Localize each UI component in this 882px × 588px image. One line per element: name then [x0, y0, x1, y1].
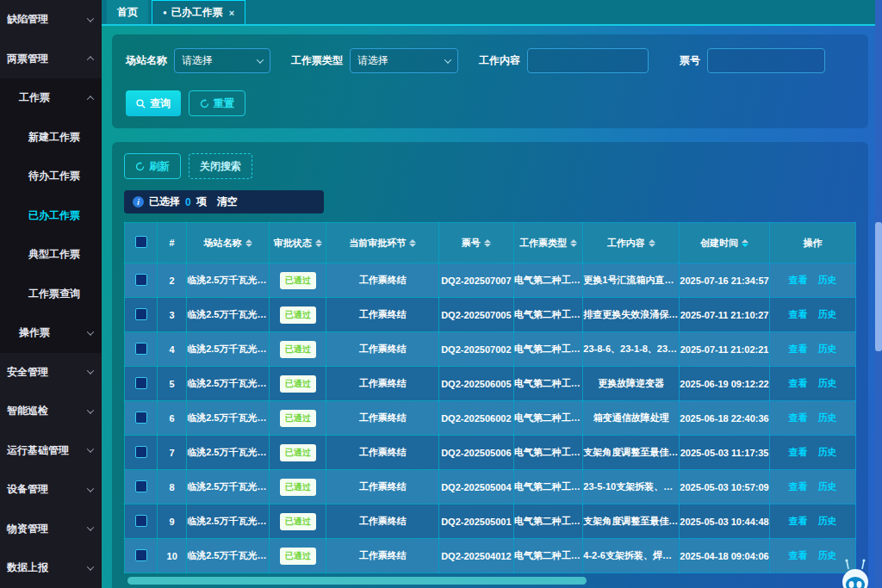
sidebar-item-14[interactable]: 数据上报: [0, 548, 102, 588]
sidebar-item-8[interactable]: 操作票: [0, 313, 102, 353]
row-checkbox[interactable]: [135, 274, 147, 286]
assistant-robot-icon[interactable]: [839, 559, 872, 588]
tab-done-worktickets[interactable]: ● 已办工作票 ×: [152, 0, 245, 24]
history-link[interactable]: 历史: [817, 412, 836, 423]
row-checkbox[interactable]: [135, 446, 147, 458]
tab-close-icon[interactable]: ×: [229, 8, 234, 18]
row-checkbox[interactable]: [135, 377, 147, 389]
header-select-all[interactable]: [125, 223, 158, 263]
sidebar-item-6[interactable]: 典型工作票: [0, 235, 102, 275]
sort-carets-icon[interactable]: [649, 239, 655, 247]
sidebar-item-12[interactable]: 设备管理: [0, 470, 102, 510]
header-cell-5[interactable]: 工作票类型: [513, 223, 583, 263]
sidebar-item-13[interactable]: 物资管理: [0, 510, 102, 549]
checkbox-cell[interactable]: [125, 436, 158, 470]
vertical-scrollbar-thumb[interactable]: [875, 222, 882, 351]
station-cell: 临洮2.5万千瓦光伏电..: [187, 401, 270, 436]
query-button[interactable]: 查询: [126, 90, 181, 116]
sort-carets-icon[interactable]: [315, 239, 322, 247]
view-link[interactable]: 查看: [788, 550, 807, 560]
table-row: 10临洮2.5万千瓦光伏电..已通过工作票终结DQ2-202504012电气第二…: [125, 539, 856, 573]
history-link[interactable]: 历史: [817, 481, 836, 492]
checkbox-cell[interactable]: [125, 401, 158, 436]
created-cell: 2025-06-18 22:40:36: [680, 401, 769, 436]
row-checkbox[interactable]: [135, 308, 147, 320]
index-cell: 2: [158, 263, 187, 298]
row-checkbox[interactable]: [135, 343, 147, 355]
sidebar-item-3[interactable]: 新建工作票: [0, 118, 102, 158]
header-label: 操作: [803, 238, 822, 248]
view-link[interactable]: 查看: [788, 309, 807, 319]
row-checkbox[interactable]: [135, 515, 147, 527]
sort-carets-icon[interactable]: [409, 239, 416, 247]
created-cell: 2025-05-03 11:17:35: [680, 436, 769, 470]
horizontal-scrollbar-thumb[interactable]: [127, 577, 587, 585]
view-link[interactable]: 查看: [788, 275, 807, 285]
clear-selection-link[interactable]: 清空: [217, 195, 238, 209]
vertical-scrollbar[interactable]: [875, 0, 882, 588]
header-cell-7[interactable]: 创建时间: [680, 223, 769, 263]
row-checkbox[interactable]: [135, 549, 147, 561]
sort-carets-icon[interactable]: [742, 239, 748, 247]
header-cell-2[interactable]: 审批状态: [270, 223, 326, 263]
step-cell: 工作票终结: [326, 298, 439, 332]
view-link[interactable]: 查看: [788, 447, 807, 457]
index-cell: 4: [158, 332, 187, 367]
refresh-button[interactable]: 刷新: [124, 153, 181, 179]
sidebar-item-label: 工作票: [19, 90, 50, 105]
view-link[interactable]: 查看: [788, 516, 807, 526]
view-link[interactable]: 查看: [788, 481, 807, 492]
ticket-no-cell: DQ2-202505006: [439, 436, 514, 470]
sidebar-item-7[interactable]: 工作票查询: [0, 275, 102, 314]
row-checkbox[interactable]: [135, 412, 147, 424]
view-link[interactable]: 查看: [788, 378, 807, 388]
step-cell: 工作票终结: [326, 539, 439, 573]
header-cell-3[interactable]: 当前审批环节: [326, 223, 439, 263]
status-cell: 已通过: [270, 436, 326, 470]
sidebar-item-11[interactable]: 运行基础管理: [0, 431, 102, 471]
ticket-no-cell: DQ2-202507002: [439, 332, 514, 367]
ticket-number-input[interactable]: [707, 48, 825, 73]
history-link[interactable]: 历史: [817, 516, 836, 526]
header-cell-6[interactable]: 工作内容: [583, 223, 680, 263]
sidebar-item-4[interactable]: 待办工作票: [0, 157, 102, 196]
sidebar-item-5[interactable]: 已办工作票: [0, 196, 102, 236]
history-link[interactable]: 历史: [817, 378, 836, 388]
history-link[interactable]: 历史: [817, 447, 836, 457]
checkbox-cell[interactable]: [125, 504, 158, 539]
sidebar-item-2[interactable]: 工作票: [0, 78, 102, 118]
sidebar-item-9[interactable]: 安全管理: [0, 353, 102, 393]
history-link[interactable]: 历史: [817, 275, 836, 285]
sidebar-item-10[interactable]: 智能巡检: [0, 392, 102, 431]
info-icon: i: [133, 196, 144, 207]
sort-carets-icon[interactable]: [484, 239, 491, 247]
ticket-type-select[interactable]: 请选择: [350, 48, 458, 73]
row-checkbox[interactable]: [135, 480, 147, 492]
header-cell-1[interactable]: 场站名称: [187, 223, 270, 263]
sort-carets-icon[interactable]: [570, 239, 577, 247]
header-label: 场站名称: [204, 238, 242, 248]
horizontal-scrollbar[interactable]: [126, 577, 854, 585]
station-name-select[interactable]: 请选择: [174, 48, 270, 73]
history-link[interactable]: 历史: [817, 550, 836, 560]
sidebar-item-0[interactable]: 缺陷管理: [0, 0, 102, 40]
work-content-input[interactable]: [527, 48, 649, 73]
checkbox-cell[interactable]: [125, 470, 158, 504]
checkbox-cell[interactable]: [125, 263, 158, 298]
sort-carets-icon[interactable]: [245, 239, 252, 247]
checkbox-cell[interactable]: [125, 539, 158, 573]
history-link[interactable]: 历史: [817, 344, 836, 354]
close-search-button[interactable]: 关闭搜索: [189, 153, 252, 179]
view-link[interactable]: 查看: [788, 412, 807, 423]
checkbox-cell[interactable]: [125, 298, 158, 332]
tab-home[interactable]: 首页: [107, 0, 148, 24]
select-all-checkbox[interactable]: [135, 236, 147, 248]
checkbox-cell[interactable]: [125, 367, 158, 401]
station-cell: 临洮2.5万千瓦光伏电..: [187, 332, 270, 367]
reset-button[interactable]: 重置: [189, 90, 245, 116]
checkbox-cell[interactable]: [125, 332, 158, 367]
sidebar-item-1[interactable]: 两票管理: [0, 40, 102, 79]
history-link[interactable]: 历史: [817, 309, 836, 319]
view-link[interactable]: 查看: [788, 344, 807, 354]
header-cell-4[interactable]: 票号: [439, 223, 514, 263]
